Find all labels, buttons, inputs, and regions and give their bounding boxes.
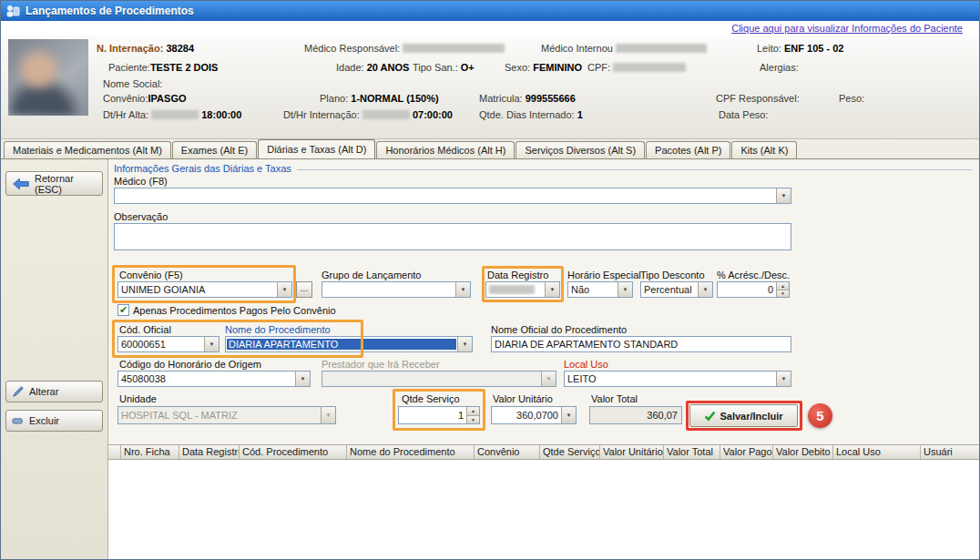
convenio-browse-button[interactable]: ...: [296, 281, 312, 298]
back-arrow-icon: [12, 178, 30, 190]
salvar-incluir-button[interactable]: Salvar/Incluir: [689, 404, 798, 427]
chevron-down-icon[interactable]: ▼: [455, 282, 470, 297]
chevron-down-icon[interactable]: ▼: [776, 372, 791, 386]
nome-procedimento-combo-value: DIARIA APARTAMENTO: [227, 339, 456, 350]
grid-col-usuario[interactable]: Usuári: [921, 445, 979, 459]
retornar-button[interactable]: Retornar (ESC): [5, 171, 103, 196]
tab-exames[interactable]: Exames (Alt E): [172, 141, 257, 158]
step-badge: 5: [808, 403, 832, 428]
grid-col-nro-ficha[interactable]: Nro. Ficha: [121, 445, 179, 459]
chevron-down-icon[interactable]: ▼: [295, 372, 310, 386]
qtde-servico-spinner[interactable]: 1 ▲▼: [398, 406, 480, 424]
tab-honorarios[interactable]: Honorários Médicos (Alt H): [376, 141, 515, 158]
grid-col-valor-total[interactable]: Valor Total: [664, 445, 720, 459]
title-bar: Lançamentos de Procedimentos: [1, 1, 979, 21]
redacted-value: [489, 285, 535, 294]
tab-servicos[interactable]: Serviços Diversos (Alt S): [516, 141, 645, 158]
alterar-button[interactable]: Alterar: [5, 381, 103, 402]
tab-materiais[interactable]: Materiais e Medicamentos (Alt M): [4, 141, 171, 158]
field-dt-internacao: Dt/Hr Internação: 07:00:00: [283, 109, 453, 120]
field-cpf-responsavel: CPF Responsável:: [716, 93, 800, 104]
horario-especial-label: Horário Especial: [567, 270, 641, 280]
nome-oficial-label: Nome Oficial do Procedimento: [491, 324, 627, 335]
valor-total-value: 360,07: [647, 410, 678, 421]
convenio-combo[interactable]: UNIMED GOIANIA ▼: [117, 281, 292, 298]
grid-col-nome-procedimento[interactable]: Nome do Procedimento: [347, 445, 475, 459]
spinner-buttons[interactable]: ▲▼: [466, 407, 479, 423]
grid-col-convenio[interactable]: Convênio: [475, 445, 540, 459]
nome-oficial-input[interactable]: DIARIA DE APARTAMENTO STANDARD: [491, 336, 791, 352]
tab-pacotes[interactable]: Pacotes (Alt P): [646, 141, 730, 158]
sidebar: Retornar (ESC) Alterar Excluir: [1, 159, 108, 559]
tab-bar: Materiais e Medicamentos (Alt M) Exames …: [4, 139, 798, 158]
tab-content: Retornar (ESC) Alterar Excluir Informaçõ…: [1, 158, 979, 559]
grid-col-local-uso[interactable]: Local Uso: [833, 445, 921, 459]
chevron-down-icon[interactable]: ▼: [545, 282, 559, 297]
horario-especial-combo[interactable]: Não ▼: [567, 281, 633, 298]
tipo-desconto-combo-value: Percentual: [641, 284, 698, 295]
acresc-spinner[interactable]: 0 ▲▼: [717, 281, 790, 298]
tipo-desconto-combo[interactable]: Percentual ▼: [640, 281, 713, 298]
field-sexo: Sexo: FEMININO: [505, 62, 582, 73]
local-uso-combo[interactable]: LEITO ▼: [564, 371, 791, 387]
redacted-value: [616, 44, 707, 53]
local-uso-label: Local Uso: [564, 359, 608, 370]
section-divider: [297, 169, 972, 170]
field-medico-internou: Médico Internou: [541, 43, 707, 54]
grid-col-valor-debito[interactable]: Valor Debito: [773, 445, 833, 459]
valor-unitario-value: 360,0700: [492, 410, 561, 421]
cod-honorario-combo[interactable]: 45080038 ▼: [117, 371, 311, 387]
chevron-down-icon[interactable]: ▼: [204, 337, 219, 351]
chevron-down-icon[interactable]: ▼: [277, 282, 291, 297]
unidade-combo-value: HOSPITAL SQL - MATRIZ: [118, 410, 321, 421]
convenio-combo-value: UNIMED GOIANIA: [118, 284, 277, 295]
pencil-icon: [12, 385, 25, 398]
nome-procedimento-label: Nome do Procedimento: [225, 324, 331, 335]
cod-honorario-label: Código do Honorário de Origem: [119, 359, 261, 370]
section-header: Informações Gerais das Diárias e Taxas: [114, 163, 972, 174]
valor-unitario-combo[interactable]: 360,0700 ▼: [491, 406, 577, 424]
chevron-down-icon[interactable]: ▼: [776, 188, 791, 203]
checkbox-pagos-convenio[interactable]: ✔: [117, 304, 129, 316]
data-registro-combo[interactable]: ▼: [485, 281, 560, 298]
field-convenio: Convênio:IPASGO: [103, 93, 187, 104]
grid-col-indicator: [108, 445, 121, 459]
grid-body[interactable]: [108, 460, 979, 559]
field-dt-alta: Dt/Hr Alta: 18:00:00: [103, 109, 241, 120]
field-paciente: Paciente:TESTE 2 DOIS: [108, 62, 218, 73]
grupo-combo[interactable]: ▼: [322, 281, 471, 298]
patient-info-link[interactable]: Clique aqui para visualizar Informações …: [731, 23, 963, 34]
spin-down-icon[interactable]: ▼: [467, 415, 479, 424]
grid-col-cod-procedimento[interactable]: Cód. Procedimento: [240, 445, 347, 459]
tab-kits[interactable]: Kits (Alt K): [731, 141, 797, 158]
chevron-down-icon[interactable]: ▼: [561, 407, 576, 423]
spinner-buttons[interactable]: ▲▼: [776, 282, 789, 297]
check-icon: [704, 410, 716, 422]
chevron-down-icon[interactable]: ▼: [698, 282, 712, 297]
grid-col-valor-unitario[interactable]: Valor Unitário: [600, 445, 664, 459]
field-leito: Leito: ENF 105 - 02: [757, 43, 843, 54]
spin-up-icon[interactable]: ▲: [467, 407, 479, 415]
nome-procedimento-combo[interactable]: DIARIA APARTAMENTO ▼: [225, 336, 473, 352]
tab-diarias-taxas[interactable]: Diárias e Taxas (Alt D): [258, 139, 375, 158]
chevron-down-icon[interactable]: ▼: [618, 282, 632, 297]
acresc-value: 0: [718, 284, 776, 295]
valor-total-label: Valor Total: [591, 393, 638, 404]
grid-col-qtde-servico[interactable]: Qtde Serviço: [540, 445, 600, 459]
cod-oficial-combo[interactable]: 60000651 ▼: [117, 336, 219, 352]
chevron-down-icon[interactable]: ▼: [457, 337, 472, 351]
cod-oficial-label: Cód. Oficial: [119, 324, 171, 335]
nome-oficial-value: DIARIA DE APARTAMENTO STANDARD: [495, 339, 678, 350]
spin-up-icon[interactable]: ▲: [777, 282, 789, 290]
salvar-incluir-label: Salvar/Incluir: [720, 411, 782, 422]
grid-col-valor-pago[interactable]: Valor Pago: [720, 445, 773, 459]
qtde-servico-label: Qtde Serviço: [402, 393, 460, 404]
excluir-button[interactable]: Excluir: [5, 410, 103, 432]
observacao-input[interactable]: [114, 223, 791, 250]
medico-combo[interactable]: ▼: [114, 188, 791, 204]
app-icon: [5, 4, 20, 18]
spin-down-icon[interactable]: ▼: [777, 290, 789, 298]
grid-col-data-registro[interactable]: Data Registro: [179, 445, 240, 459]
qtde-servico-value: 1: [399, 410, 466, 421]
cod-honorario-combo-value: 45080038: [118, 373, 295, 384]
